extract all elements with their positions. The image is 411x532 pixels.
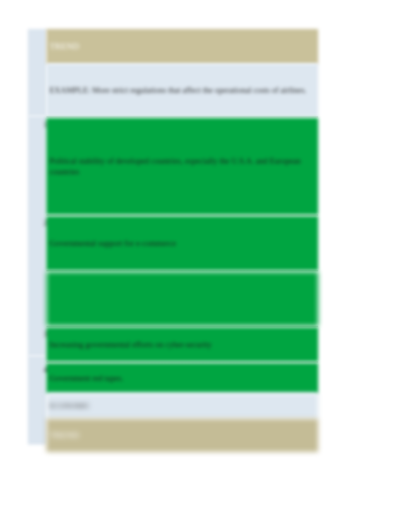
example-row: EXAMPLE: More strict regulations that af…	[46, 64, 318, 116]
trend-header-label: TREND	[50, 40, 79, 52]
row-number: 3	[43, 330, 47, 339]
left-rail-segment	[28, 29, 46, 116]
economic-section-label: ECONOMIC	[46, 393, 318, 419]
row-text: Government red tapes.	[50, 373, 123, 384]
table-row: 4 Government red tapes.	[46, 363, 318, 393]
trend-header: TREND	[46, 419, 318, 452]
table-row	[46, 272, 318, 326]
example-text: EXAMPLE: More strict regulations that af…	[50, 85, 307, 95]
row-number: 1	[43, 120, 47, 129]
table-row: 1 Political stability of developed count…	[46, 118, 318, 215]
row-text: Political stability of developed countri…	[50, 155, 314, 177]
table-row: 2 Governmental support for e-commerce	[46, 216, 318, 270]
left-rail-segment	[28, 116, 46, 356]
trend-header: TREND	[46, 29, 318, 64]
economic-label-text: ECONOMIC	[50, 401, 90, 411]
trend-header-label: TREND	[50, 429, 79, 441]
content-column: TREND EXAMPLE: More strict regulations t…	[46, 29, 318, 452]
row-number: 4	[43, 365, 47, 374]
row-text: Increasing governmental efforts on cyber…	[50, 339, 212, 350]
row-number: 2	[43, 218, 47, 227]
table-row: 3 Increasing governmental efforts on cyb…	[46, 327, 318, 361]
row-text: Governmental support for e-commerce	[50, 238, 176, 249]
